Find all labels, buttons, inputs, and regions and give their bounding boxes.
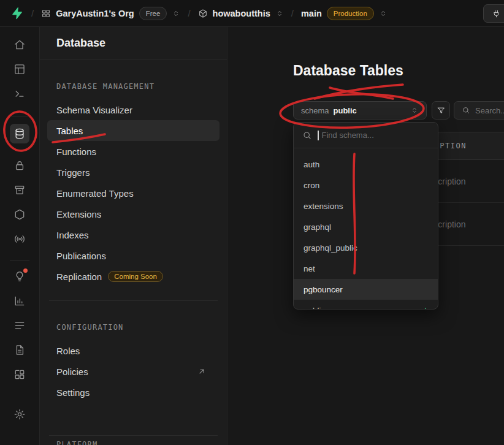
rail-divider xyxy=(10,116,29,116)
schema-option-extensions[interactable]: extensions xyxy=(294,196,438,216)
search-tables-input[interactable] xyxy=(475,106,504,115)
api-docs-icon xyxy=(13,344,26,356)
storage-icon xyxy=(13,184,26,196)
sidebar-item-extensions[interactable]: Extensions xyxy=(47,203,220,224)
logs-list-icon xyxy=(13,319,26,332)
realtime-icon xyxy=(13,233,26,245)
connect-plug-icon xyxy=(492,9,501,18)
sidebar-item-tables[interactable]: Tables xyxy=(47,120,220,141)
sidebar-item-enumerated-types[interactable]: Enumerated Types xyxy=(47,183,220,203)
sidebar-item-publications[interactable]: Publications xyxy=(47,245,220,266)
branch-switcher[interactable]: main Production xyxy=(301,7,388,20)
integrations-icon xyxy=(13,368,26,381)
sidebar-item-functions[interactable]: Functions xyxy=(47,141,220,162)
project-switcher[interactable]: howaboutthis xyxy=(198,9,284,18)
schema-dropdown-menu: Find schema... auth cron extensions grap… xyxy=(293,122,438,310)
icon-rail xyxy=(0,27,40,445)
schema-option-pgbouncer[interactable]: pgbouncer xyxy=(294,279,438,300)
rail-item-database[interactable] xyxy=(10,124,29,143)
rail-item-api-docs[interactable] xyxy=(10,340,29,360)
schema-option-graphql-public[interactable]: graphql_public xyxy=(294,237,438,258)
rail-item-integrations[interactable] xyxy=(10,365,29,384)
production-badge: Production xyxy=(327,7,374,20)
org-name: GaryAustin1's Org xyxy=(56,9,134,18)
notification-dot xyxy=(23,268,28,273)
auth-lock-icon xyxy=(13,159,26,172)
schema-option-graphql[interactable]: graphql xyxy=(294,216,438,237)
rail-item-sql-editor[interactable] xyxy=(10,84,29,104)
org-switcher[interactable]: GaryAustin1's Org Free xyxy=(41,7,180,20)
org-plan-badge: Free xyxy=(139,7,167,20)
schema-picker-value: public xyxy=(334,106,357,115)
database-icon xyxy=(13,127,26,140)
settings-gear-icon xyxy=(13,408,26,420)
sidebar-item-triggers[interactable]: Triggers xyxy=(47,162,220,183)
breadcrumb-slash: / xyxy=(31,8,34,18)
rail-item-realtime[interactable] xyxy=(10,229,29,249)
schema-option-label: public xyxy=(304,306,325,310)
sidebar-nav: DATABASE MANAGEMENT Schema Visualizer Ta… xyxy=(40,82,227,445)
sidebar-item-label: Policies xyxy=(56,367,88,377)
rail-item-table-editor[interactable] xyxy=(10,59,29,79)
sidebar-item-schema-visualizer[interactable]: Schema Visualizer xyxy=(47,99,220,120)
chevron-up-down-icon xyxy=(275,9,284,18)
rail-item-logs[interactable] xyxy=(10,316,29,335)
home-icon xyxy=(13,39,26,51)
text-cursor xyxy=(318,131,319,140)
schema-option-list: auth cron extensions graphql graphql_pub… xyxy=(294,148,438,310)
project-box-icon xyxy=(198,9,208,18)
filter-button[interactable] xyxy=(432,101,450,120)
rail-divider xyxy=(10,260,29,261)
branch-name: main xyxy=(301,9,322,18)
sidebar-divider xyxy=(49,435,218,436)
main-content: Database Tables schema public DESCRIPTIO… xyxy=(227,27,504,445)
find-schema-input[interactable]: Find schema... xyxy=(294,123,438,148)
schema-option-cron[interactable]: cron xyxy=(294,175,438,196)
sql-editor-icon xyxy=(13,88,26,100)
breadcrumb-slash: / xyxy=(188,8,190,18)
schema-picker-button[interactable]: schema public xyxy=(293,101,427,120)
rail-item-reports[interactable] xyxy=(10,291,29,311)
chevron-up-down-icon xyxy=(410,106,419,115)
schema-option-net[interactable]: net xyxy=(294,258,438,279)
edge-functions-icon xyxy=(13,208,26,221)
filter-funnel-icon xyxy=(437,106,446,115)
topbar: / GaryAustin1's Org Free / howaboutthis … xyxy=(0,0,504,27)
sidebar-title: Database xyxy=(40,27,227,60)
supabase-logo-icon[interactable] xyxy=(10,6,24,20)
rail-item-home[interactable] xyxy=(10,35,29,55)
page-title: Database Tables xyxy=(293,63,403,79)
rail-item-advisors[interactable] xyxy=(10,267,29,286)
reports-chart-icon xyxy=(13,295,26,307)
org-icon xyxy=(41,9,51,18)
app-root: / GaryAustin1's Org Free / howaboutthis … xyxy=(0,0,504,445)
section-header-configuration: CONFIGURATION xyxy=(56,323,210,332)
sidebar-item-replication[interactable]: Replication Coming Soon xyxy=(47,266,220,287)
chevron-up-down-icon xyxy=(379,9,388,18)
sidebar-divider xyxy=(49,300,218,301)
rail-item-edge-functions[interactable] xyxy=(10,205,29,224)
chevron-up-down-icon xyxy=(172,9,180,18)
breadcrumb-slash: / xyxy=(291,8,294,18)
schema-picker-prefix: schema xyxy=(301,106,329,115)
sidebar-item-settings[interactable]: Settings xyxy=(47,382,220,403)
schema-option-auth[interactable]: auth xyxy=(294,154,438,175)
sidebar-item-policies[interactable]: Policies xyxy=(47,361,220,382)
section-header-platform: PLATFORM xyxy=(56,440,210,445)
project-name: howaboutthis xyxy=(213,9,270,18)
connect-button[interactable]: Co xyxy=(483,4,504,23)
schema-option-public[interactable]: public xyxy=(294,300,438,310)
rail-item-auth[interactable] xyxy=(10,156,29,175)
search-icon xyxy=(302,131,312,140)
tables-toolbar: schema public xyxy=(293,101,504,120)
rail-item-settings[interactable] xyxy=(10,405,29,424)
check-icon xyxy=(418,305,428,310)
rail-item-storage[interactable] xyxy=(10,180,29,200)
sidebar-item-label: Replication xyxy=(56,272,102,282)
sidebar-item-indexes[interactable]: Indexes xyxy=(47,224,220,245)
section-header-database-management: DATABASE MANAGEMENT xyxy=(56,82,210,91)
search-tables-box[interactable] xyxy=(454,101,504,120)
table-editor-icon xyxy=(13,63,26,75)
sidebar-item-roles[interactable]: Roles xyxy=(47,340,220,361)
database-sidebar: Database DATABASE MANAGEMENT Schema Visu… xyxy=(40,27,227,445)
